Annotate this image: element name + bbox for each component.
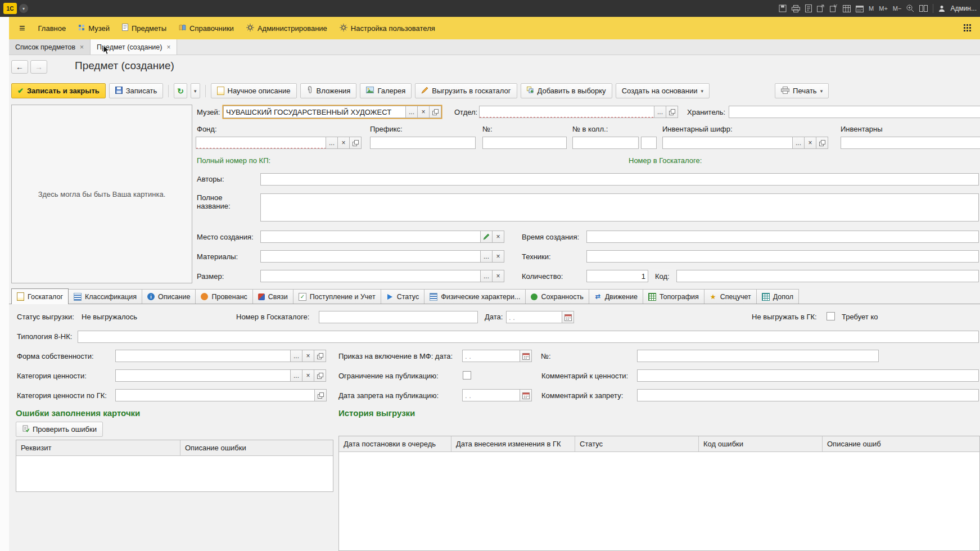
publication-ban-calendar-button[interactable] <box>520 389 532 401</box>
no-upload-checkbox[interactable] <box>827 312 835 320</box>
calendar-icon[interactable] <box>856 5 864 12</box>
value-category-input[interactable] <box>115 369 291 382</box>
errors-table[interactable]: Реквизит Описание ошибки <box>16 440 333 492</box>
tab-physical[interactable]: Физические характери... <box>424 289 526 304</box>
tab-item-create[interactable]: Предмет (создание) × <box>91 39 177 55</box>
value-category-gk-input[interactable] <box>115 389 315 401</box>
number-input[interactable] <box>482 137 567 149</box>
scale-m-plus-button[interactable]: M+ <box>879 5 888 12</box>
place-created-edit-button[interactable] <box>480 231 493 243</box>
tab-classification[interactable]: Классификация <box>68 289 142 304</box>
gk-number-input[interactable] <box>319 311 478 323</box>
create-based-on-button[interactable]: Создать на основании ▾ <box>616 83 710 98</box>
menu-item-items[interactable]: Предметы <box>116 20 173 36</box>
print-button[interactable]: Печать ▾ <box>775 83 829 98</box>
tab-special-accounting[interactable]: Спецучет <box>704 289 757 304</box>
column-header[interactable]: Код ошибки <box>699 436 823 451</box>
tab-preservation[interactable]: Сохранность <box>525 289 589 304</box>
fund-input[interactable] <box>196 137 326 149</box>
tab-links[interactable]: Связи <box>252 289 293 304</box>
tab-provenance[interactable]: Провенанс <box>195 289 252 304</box>
materials-input[interactable] <box>260 250 481 263</box>
techniques-input[interactable] <box>586 250 979 263</box>
size-input[interactable] <box>260 270 481 282</box>
save-icon[interactable] <box>779 4 787 12</box>
upload-goskatalog-button[interactable]: Выгрузить в госкаталог <box>415 83 517 98</box>
ownership-select-button[interactable]: ... <box>290 350 302 362</box>
value-comment-input[interactable] <box>637 369 979 382</box>
publication-limit-checkbox[interactable] <box>463 371 471 380</box>
menu-item-user-settings[interactable]: Настройка пользователя <box>333 20 441 37</box>
code-input[interactable] <box>676 270 979 282</box>
value-category-gk-open-button[interactable] <box>314 389 327 401</box>
menu-item-museum[interactable]: Музей <box>72 21 116 36</box>
ownership-open-button[interactable] <box>314 350 326 362</box>
materials-clear-button[interactable]: × <box>492 250 504 263</box>
table-icon[interactable] <box>843 5 851 12</box>
save-close-button[interactable]: ✔ Записать и закрыть <box>11 83 106 98</box>
scientific-description-button[interactable]: Научное описание <box>211 83 297 98</box>
keeper-input[interactable] <box>729 106 980 118</box>
tab-items-list[interactable]: Список предметов × <box>9 39 91 55</box>
print-preview-icon[interactable] <box>805 4 812 12</box>
close-icon[interactable]: × <box>166 43 170 51</box>
value-category-open-button[interactable] <box>314 369 326 382</box>
tab-movement[interactable]: Движение <box>589 289 643 304</box>
department-select-button[interactable]: ... <box>654 106 666 118</box>
museum-clear-button[interactable]: × <box>417 106 430 118</box>
gk-date-calendar-button[interactable] <box>562 311 574 323</box>
museum-select-button[interactable]: ... <box>405 106 418 118</box>
export-icon[interactable] <box>817 4 825 12</box>
ownership-input[interactable] <box>115 350 291 362</box>
import-icon[interactable] <box>830 4 838 12</box>
main-menu-button[interactable]: ▾ <box>19 4 28 13</box>
print-icon[interactable] <box>792 5 800 12</box>
mf-order-date-input[interactable] <box>462 350 520 362</box>
reread-more-button[interactable]: ▾ <box>191 83 200 98</box>
tab-status[interactable]: Статус <box>381 289 425 304</box>
gk-date-input[interactable] <box>506 311 562 323</box>
history-table[interactable]: Дата постановки в очередь Дата внесения … <box>338 436 980 551</box>
full-title-input[interactable] <box>260 193 979 222</box>
value-category-select-button[interactable]: ... <box>290 369 302 382</box>
back-button[interactable]: ← <box>11 60 28 74</box>
size-select-button[interactable]: ... <box>480 270 493 282</box>
tab-topography[interactable]: Топография <box>643 289 704 304</box>
number-in-coll-input[interactable] <box>572 137 639 149</box>
tab-additional[interactable]: Допол <box>756 289 799 304</box>
authors-input[interactable] <box>260 173 979 186</box>
quantity-input[interactable] <box>586 270 648 282</box>
inventory-code-select-button[interactable]: ... <box>792 137 805 149</box>
department-open-button[interactable] <box>666 106 678 118</box>
zoom-icon[interactable] <box>906 4 914 12</box>
ban-comment-input[interactable] <box>637 389 979 401</box>
fund-clear-button[interactable]: × <box>337 137 350 149</box>
current-user-label[interactable]: Админ... <box>950 4 977 12</box>
service-grid-icon[interactable] <box>958 24 977 33</box>
museum-open-button[interactable] <box>429 106 441 118</box>
tab-receipt-accounting[interactable]: Поступление и Учет <box>293 289 381 304</box>
column-header[interactable]: Статус <box>575 436 699 451</box>
column-header[interactable]: Описание ошиб <box>823 436 979 451</box>
number-in-coll-suffix-input[interactable] <box>641 137 657 149</box>
forward-button[interactable]: → <box>30 60 47 74</box>
fund-open-button[interactable] <box>349 137 362 149</box>
hamburger-icon[interactable]: ≡ <box>12 22 32 34</box>
materials-select-button[interactable]: ... <box>480 250 493 263</box>
column-header[interactable]: Дата внесения изменения в ГК <box>451 436 575 451</box>
add-to-selection-button[interactable]: Добавить в выборку <box>521 83 612 98</box>
place-created-input[interactable] <box>260 231 481 243</box>
mf-order-calendar-button[interactable] <box>520 350 532 362</box>
fund-select-button[interactable]: ... <box>326 137 338 149</box>
inventory-number-input[interactable] <box>841 137 980 149</box>
check-errors-button[interactable]: Проверить ошибки <box>16 422 103 437</box>
mf-number-input[interactable] <box>637 350 879 362</box>
close-icon[interactable]: × <box>80 43 84 51</box>
column-header[interactable]: Описание ошибки <box>180 440 333 455</box>
menu-item-main[interactable]: Главное <box>32 21 73 36</box>
inventory-code-input[interactable] <box>662 137 793 149</box>
menu-item-administration[interactable]: Администрирование <box>240 20 333 37</box>
attachments-button[interactable]: Вложения <box>300 83 357 98</box>
gallery-button[interactable]: Галерея <box>360 83 412 98</box>
tab-description[interactable]: Описание <box>142 289 196 304</box>
